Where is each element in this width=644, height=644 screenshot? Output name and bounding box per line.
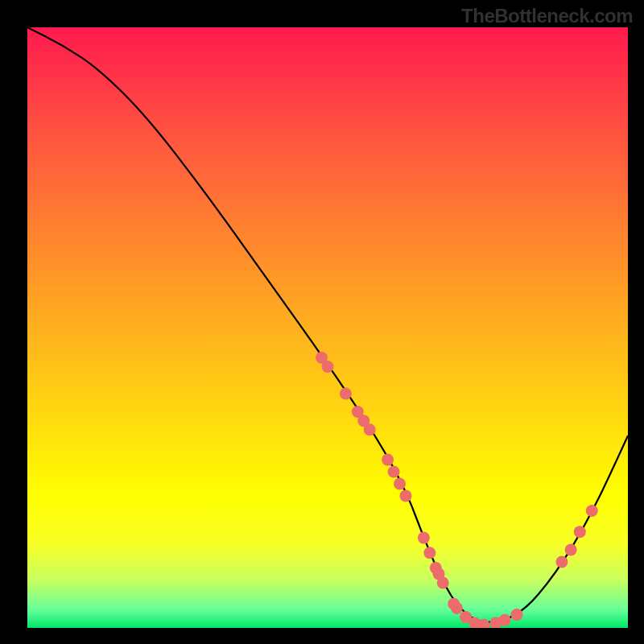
data-point (388, 466, 400, 478)
data-point (364, 423, 376, 436)
data-point (565, 544, 577, 556)
bottleneck-curve (27, 27, 628, 622)
data-point (340, 388, 352, 400)
chart-svg (27, 27, 628, 628)
watermark-text: TheBottleneck.com (461, 5, 633, 27)
data-point (555, 555, 568, 568)
scatter-points (316, 352, 598, 628)
data-point (499, 614, 511, 626)
data-point (418, 532, 430, 544)
data-point (510, 609, 522, 621)
data-point (382, 454, 394, 466)
data-point (394, 477, 406, 489)
data-point (586, 505, 598, 517)
data-point (399, 489, 411, 502)
data-point (437, 577, 449, 589)
data-point (423, 547, 436, 559)
data-point (451, 602, 463, 614)
data-point (574, 526, 586, 538)
data-point (322, 361, 334, 373)
